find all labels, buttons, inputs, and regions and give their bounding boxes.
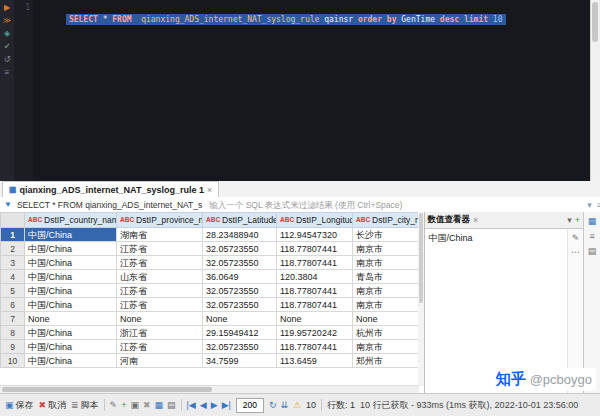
- edit-cell-icon[interactable]: ✎: [110, 400, 118, 410]
- table-cell[interactable]: 118.77807441: [277, 298, 353, 312]
- table-cell[interactable]: 南京市: [353, 242, 420, 256]
- table-cell[interactable]: 112.94547320: [277, 228, 353, 242]
- column-header-DstIP_country_name[interactable]: ABCDstIP_country_name: [25, 213, 117, 228]
- table-cell[interactable]: 中国/China: [25, 326, 117, 340]
- value-panel-toggle-icon[interactable]: ▤: [588, 246, 597, 256]
- table-cell[interactable]: 江苏省: [117, 284, 203, 298]
- table-cell[interactable]: 36.0649: [203, 270, 277, 284]
- fetch-next-page-icon[interactable]: ↻: [269, 400, 277, 410]
- grid-vertical-scrollbar[interactable]: [418, 212, 424, 386]
- row-number[interactable]: 8: [1, 326, 25, 340]
- table-cell[interactable]: 南京市: [353, 340, 420, 354]
- table-cell[interactable]: 南京市: [353, 284, 420, 298]
- table-cell[interactable]: 青岛市: [353, 270, 420, 284]
- commit-icon[interactable]: ✔: [4, 42, 11, 51]
- first-row-icon[interactable]: |◀: [187, 400, 196, 410]
- execute-script-icon[interactable]: ≫: [3, 16, 11, 25]
- row-number[interactable]: 7: [1, 312, 25, 326]
- row-number[interactable]: 5: [1, 284, 25, 298]
- table-cell[interactable]: 28.23488940: [203, 228, 277, 242]
- table-cell[interactable]: 中国/China: [25, 340, 117, 354]
- row-number[interactable]: 3: [1, 256, 25, 270]
- panel-menu-icon[interactable]: ▾: [567, 215, 572, 225]
- fetch-all-icon[interactable]: ⇊: [280, 400, 288, 410]
- duplicate-row-icon[interactable]: ▣: [130, 400, 139, 410]
- column-header-DstIP_province_name[interactable]: ABCDstIP_province_name: [117, 213, 203, 228]
- results-tab[interactable]: ▦ qianxing_ADS_internet_NAT_syslog_rule …: [2, 181, 219, 197]
- apply-filter-icon[interactable]: ▾: [587, 200, 592, 210]
- table-cell[interactable]: 中国/China: [25, 284, 117, 298]
- table-cell[interactable]: None: [25, 312, 117, 326]
- column-header-DstIP_Latitude[interactable]: ABCDstIP_Latitude: [203, 213, 277, 228]
- sql-selection[interactable]: SELECT * FROM qianxing_ADS_internet_NAT_…: [66, 14, 506, 25]
- table-cell[interactable]: 29.15949412: [203, 326, 277, 340]
- table-cell[interactable]: 江苏省: [117, 256, 203, 270]
- script-button[interactable]: ≣ 脚本: [71, 399, 99, 412]
- table-cell[interactable]: 118.77807441: [277, 256, 353, 270]
- row-number[interactable]: 4: [1, 270, 25, 284]
- table-cell[interactable]: 32.05723550: [203, 284, 277, 298]
- table-cell[interactable]: 江苏省: [117, 298, 203, 312]
- grid-hscroll-thumb[interactable]: [2, 387, 212, 392]
- table-cell[interactable]: 32.05723550: [203, 298, 277, 312]
- table-cell[interactable]: 南京市: [353, 256, 420, 270]
- grid-vscroll-thumb[interactable]: [419, 213, 423, 303]
- table-cell[interactable]: 32.05723550: [203, 340, 277, 354]
- table-cell[interactable]: 34.7599: [203, 354, 277, 368]
- grid-panel-icon[interactable]: ▦: [588, 216, 597, 226]
- filter-input[interactable]: [207, 199, 582, 211]
- panels-icon[interactable]: ▤: [167, 400, 176, 410]
- rollback-icon[interactable]: ↺: [4, 55, 11, 64]
- table-cell[interactable]: 118.77807441: [277, 340, 353, 354]
- table-cell[interactable]: 中国/China: [25, 354, 117, 368]
- row-number[interactable]: 9: [1, 340, 25, 354]
- fetch-size-input[interactable]: [236, 398, 264, 413]
- table-cell[interactable]: 南京市: [353, 298, 420, 312]
- table-cell[interactable]: 32.05723550: [203, 242, 277, 256]
- column-header-DstIP_city_name[interactable]: ABCDstIP_city_name: [353, 213, 420, 228]
- add-row-icon[interactable]: +: [121, 400, 126, 410]
- save-button[interactable]: ▣ 保存: [5, 399, 34, 412]
- table-cell[interactable]: 119.95720242: [277, 326, 353, 340]
- table-cell[interactable]: 杭州市: [353, 326, 420, 340]
- row-number[interactable]: 6: [1, 298, 25, 312]
- explain-plan-icon[interactable]: ◈: [4, 29, 10, 38]
- table-cell[interactable]: 山东省: [117, 270, 203, 284]
- column-header-DstIP_Longitude[interactable]: ABCDstIP_Longitude: [277, 213, 353, 228]
- cancel-button[interactable]: ✖ 取消: [39, 399, 67, 412]
- row-number[interactable]: 2: [1, 242, 25, 256]
- editor-menu-icon[interactable]: ≡: [5, 68, 10, 77]
- table-cell[interactable]: 湖南省: [117, 228, 203, 242]
- table-cell[interactable]: 中国/China: [25, 256, 117, 270]
- table-cell[interactable]: 中国/China: [25, 270, 117, 284]
- last-row-icon[interactable]: ▶|: [222, 400, 231, 410]
- table-cell[interactable]: 120.3804: [277, 270, 353, 284]
- table-cell[interactable]: 河南: [117, 354, 203, 368]
- table-cell[interactable]: 118.77807441: [277, 242, 353, 256]
- metadata-panel-icon[interactable]: ≡: [589, 231, 594, 241]
- edit-value-icon[interactable]: ✎: [572, 233, 580, 243]
- editor-scrollbar[interactable]: [590, 0, 600, 181]
- table-cell[interactable]: 江苏省: [117, 242, 203, 256]
- table-cell[interactable]: None: [277, 312, 353, 326]
- table-cell[interactable]: None: [117, 312, 203, 326]
- grid-mode-icon[interactable]: ▦: [154, 400, 163, 410]
- value-actions-icon[interactable]: ⋯: [571, 247, 580, 257]
- next-row-icon[interactable]: ▶: [211, 400, 218, 410]
- table-cell[interactable]: 江苏省: [117, 340, 203, 354]
- table-cell[interactable]: 浙江省: [117, 326, 203, 340]
- table-cell[interactable]: 长沙市: [353, 228, 420, 242]
- grid-corner-cell[interactable]: [1, 213, 25, 228]
- row-number[interactable]: 1: [1, 228, 25, 242]
- table-cell[interactable]: None: [203, 312, 277, 326]
- value-viewer-close-icon[interactable]: ×: [473, 215, 478, 225]
- table-cell[interactable]: None: [353, 312, 420, 326]
- table-cell[interactable]: 中国/China: [25, 228, 117, 242]
- table-cell[interactable]: 118.77807441: [277, 284, 353, 298]
- table-cell[interactable]: 郑州市: [353, 354, 420, 368]
- previous-row-icon[interactable]: ◀: [200, 400, 207, 410]
- table-cell[interactable]: 中国/China: [25, 242, 117, 256]
- panel-add-icon[interactable]: +: [575, 215, 580, 225]
- editor-scrollbar-thumb[interactable]: [592, 2, 598, 42]
- table-cell[interactable]: 113.6459: [277, 354, 353, 368]
